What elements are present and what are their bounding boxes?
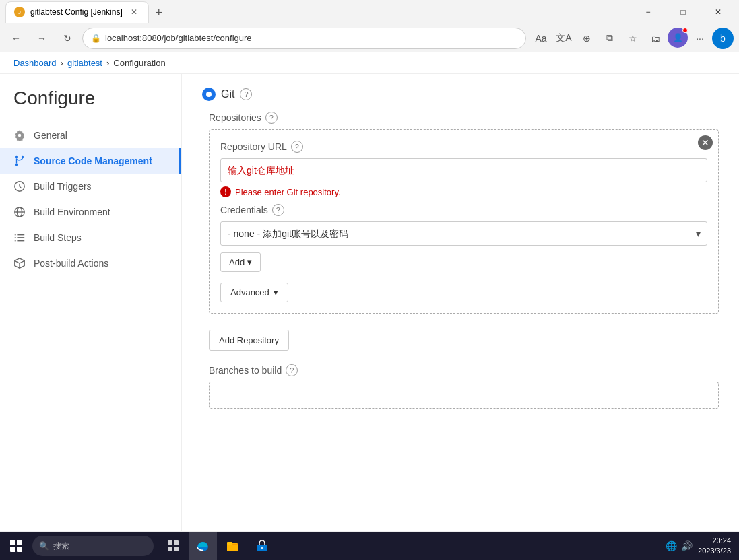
edge-taskbar-icon[interactable] [189, 532, 217, 560]
svg-rect-8 [17, 234, 24, 236]
windows-icon [10, 540, 22, 552]
taskbar: 🔍 搜索 [0, 532, 739, 560]
branches-help-icon[interactable]: ? [286, 364, 298, 376]
more-tools-icon[interactable]: ··· [689, 28, 711, 49]
tab-close-button[interactable]: ✕ [128, 6, 140, 18]
repo-url-help-icon[interactable]: ? [291, 141, 303, 153]
svg-rect-10 [17, 237, 24, 238]
sidebar-item-build-environment[interactable]: Build Environment [0, 199, 181, 225]
breadcrumb-configuration: Configuration [113, 58, 165, 68]
profile-icon[interactable]: 👤 [668, 28, 688, 48]
repo-box: ✕ Repository URL ? ! Please enter Git re… [209, 129, 719, 314]
sidebar: Configure General Source Code Management… [0, 74, 182, 531]
browser-icon[interactable]: ⊕ [576, 28, 598, 49]
sidebar-label-source-code: Source Code Management [34, 155, 152, 166]
advanced-chevron-icon: ▾ [274, 287, 278, 298]
add-credentials-button[interactable]: Add ▾ [220, 252, 261, 272]
refresh-button[interactable]: ↻ [57, 28, 78, 49]
branches-label: Branches to build ? [209, 364, 719, 376]
time-display: 20:24 [698, 536, 731, 546]
notification-dot [682, 28, 688, 33]
split-view-icon[interactable]: ⧉ [599, 28, 620, 49]
git-section-title: Git [221, 88, 234, 100]
add-repository-button[interactable]: Add Repository [209, 330, 289, 351]
edge-copilot-icon[interactable]: b [712, 28, 734, 49]
svg-rect-15 [168, 547, 172, 551]
sidebar-item-build-triggers[interactable]: Build Triggers [0, 174, 181, 199]
svg-rect-19 [227, 542, 232, 545]
git-section-header: Git ? [202, 88, 719, 101]
maximize-button[interactable]: □ [668, 0, 699, 24]
globe-icon [13, 206, 26, 218]
repo-url-input[interactable] [220, 158, 707, 182]
main-layout: Configure General Source Code Management… [0, 74, 739, 531]
svg-rect-7 [15, 234, 16, 236]
sidebar-item-source-code[interactable]: Source Code Management [0, 148, 181, 174]
start-button[interactable] [3, 532, 30, 559]
git-radio[interactable] [202, 88, 216, 101]
window-controls: − □ ✕ [633, 0, 734, 24]
address-bar: ← → ↻ 🔒 localhost:8080/job/gitlabtest/co… [0, 24, 739, 53]
sidebar-label-build-triggers: Build Triggers [34, 181, 92, 192]
lock-icon: 🔒 [91, 34, 101, 43]
tray-volume-icon[interactable]: 🔊 [681, 540, 693, 551]
sidebar-label-build-steps: Build Steps [34, 232, 82, 243]
repositories-label: Repositories ? [209, 112, 719, 124]
sidebar-label-general: General [34, 130, 67, 141]
repositories-help-icon[interactable]: ? [265, 112, 278, 124]
collections-icon[interactable]: 🗂 [645, 28, 666, 49]
svg-point-0 [15, 156, 18, 159]
new-tab-button[interactable]: + [149, 4, 169, 23]
git-help-icon[interactable]: ? [240, 88, 252, 100]
sidebar-item-general[interactable]: General [0, 123, 181, 148]
svg-point-1 [15, 164, 18, 166]
svg-rect-16 [174, 547, 179, 551]
advanced-button[interactable]: Advanced ▾ [220, 283, 288, 302]
tray-network-icon[interactable]: 🌐 [666, 540, 677, 551]
content-area: Git ? Repositories ? ✕ Repository URL ? [182, 74, 739, 531]
sidebar-item-post-build[interactable]: Post-build Actions [0, 250, 181, 276]
task-view-icon[interactable] [159, 532, 187, 560]
browser-tab[interactable]: J gitlabtest Config [Jenkins] ✕ [5, 1, 149, 23]
search-label: 搜索 [53, 540, 69, 552]
repo-close-button[interactable]: ✕ [698, 135, 713, 150]
browser-titlebar: J gitlabtest Config [Jenkins] ✕ + − □ ✕ [0, 0, 739, 24]
read-aloud-icon[interactable]: Aa [530, 28, 552, 49]
date-display: 2023/3/23 [698, 546, 731, 556]
file-explorer-icon[interactable] [218, 532, 247, 560]
svg-rect-21 [261, 547, 263, 549]
credentials-help-icon[interactable]: ? [272, 204, 284, 216]
forward-button[interactable]: → [31, 28, 53, 49]
svg-rect-14 [174, 540, 179, 545]
taskbar-items [159, 532, 276, 560]
box-icon [13, 257, 26, 269]
branches-box [209, 382, 719, 409]
taskbar-search[interactable]: 🔍 搜索 [32, 536, 154, 556]
breadcrumb-gitlabtest[interactable]: gitlabtest [67, 58, 102, 68]
store-icon[interactable] [248, 532, 276, 560]
minimize-button[interactable]: − [633, 0, 664, 24]
breadcrumb: Dashboard › gitlabtest › Configuration [0, 53, 739, 74]
toolbar-icons: Aa 文A ⊕ ⧉ ☆ 🗂 👤 ··· b [530, 28, 734, 49]
favorites-icon[interactable]: ☆ [622, 28, 643, 49]
credentials-select-wrapper: - none - 添加git账号以及密码 ▾ [220, 221, 707, 246]
url-bar[interactable]: 🔒 localhost:8080/job/gitlabtest/configur… [82, 28, 526, 49]
error-icon: ! [220, 186, 231, 197]
tab-favicon: J [14, 7, 25, 18]
repositories-section: Repositories ? ✕ Repository URL ? ! Plea… [202, 112, 719, 409]
list-icon [13, 232, 26, 244]
close-button[interactable]: ✕ [703, 0, 734, 24]
svg-rect-12 [17, 240, 24, 242]
sidebar-item-build-steps[interactable]: Build Steps [0, 225, 181, 250]
gear-icon [13, 129, 26, 141]
back-button[interactable]: ← [5, 28, 27, 49]
sidebar-label-post-build: Post-build Actions [34, 258, 108, 269]
branches-section: Branches to build ? [209, 364, 719, 409]
translate-icon[interactable]: 文A [553, 28, 575, 49]
credentials-select[interactable]: - none - 添加git账号以及密码 [220, 221, 707, 246]
breadcrumb-dashboard[interactable]: Dashboard [13, 58, 57, 68]
url-text: localhost:8080/job/gitlabtest/configure [105, 33, 252, 43]
repo-url-label: Repository URL ? [220, 141, 707, 153]
search-icon: 🔍 [39, 541, 49, 551]
branch-icon [13, 155, 26, 167]
